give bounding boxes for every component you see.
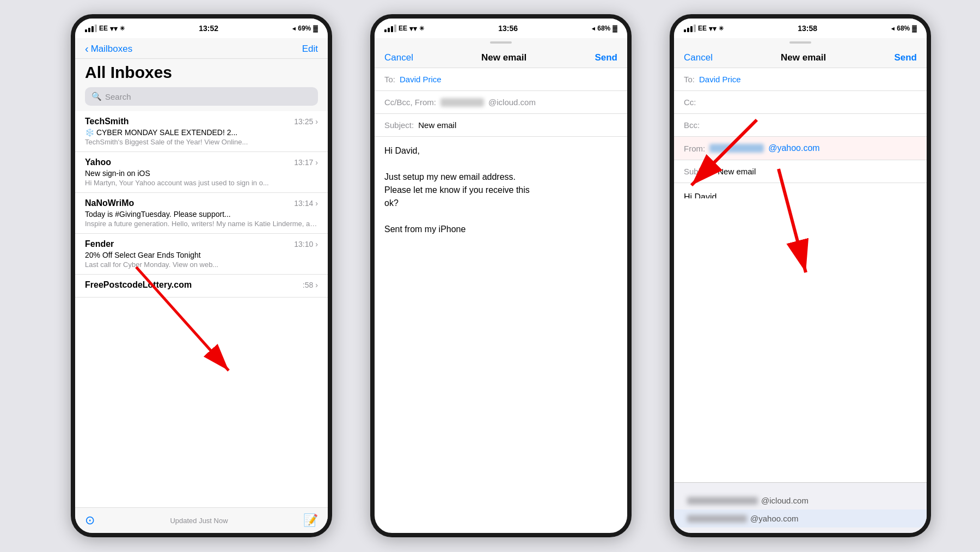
email-preview: TechSmith's Biggest Sale of the Year! Vi… [85, 138, 318, 146]
account-picker[interactable]: @icloud.com @yahoo.com [674, 482, 927, 533]
status-bar-3: EE ▾▾ ✳ 13:58 ◂ 68% ▓ [674, 19, 927, 38]
subject-label: Subject: [384, 120, 414, 130]
nav-bar-1: ‹ Mailboxes Edit [75, 38, 328, 59]
to-value[interactable]: David Price [699, 75, 741, 84]
bottom-bar-1: ⊙ Updated Just Now 📝 [75, 507, 328, 533]
compose-title: New email [481, 52, 526, 63]
signal-icon [684, 25, 696, 32]
compose-nav-2: Cancel New email Send [375, 47, 627, 68]
status-bar-1: EE ▾▾ ✳ 13:52 ◂ 69% ▓ [75, 19, 328, 38]
email-item-freepostcode[interactable]: FreePostcodeLottery.com :58 › [75, 275, 328, 298]
email-time: 13:17 [294, 158, 313, 167]
activity-icon: ✳ [719, 25, 724, 32]
compose-icon[interactable]: 📝 [303, 513, 318, 527]
compose-body-3[interactable]: Hi David, Just setup my new email addres… [674, 183, 927, 198]
cc-label: Cc: [684, 98, 696, 107]
battery-percent: 68% [597, 25, 610, 32]
update-status: Updated Just Now [170, 517, 228, 525]
status-bar-2: EE ▾▾ ✳ 13:56 ◂ 68% ▓ [375, 19, 627, 38]
send-button[interactable]: Send [894, 52, 917, 63]
battery-icon: ▓ [313, 25, 318, 32]
account-option-yahoo[interactable]: @yahoo.com [674, 509, 927, 527]
back-label[interactable]: Mailboxes [91, 44, 133, 54]
email-item-techsmith[interactable]: TechSmith 13:25 › ❄️ CYBER MONDAY SALE E… [75, 111, 328, 152]
from-field-3[interactable]: From: @yahoo.com [674, 137, 927, 160]
to-field-3[interactable]: To: David Price [674, 68, 927, 91]
cc-bcc-label: Cc/Bcc, From: [384, 98, 436, 107]
from-label: From: [684, 144, 705, 153]
from-email-blurred [440, 98, 484, 107]
bcc-field-3[interactable]: Bcc: [674, 114, 927, 137]
yahoo-email-blurred [687, 515, 747, 523]
edit-button[interactable]: Edit [302, 44, 318, 54]
subject-label: Subject: [684, 167, 713, 176]
phone-2: EE ▾▾ ✳ 13:56 ◂ 68% ▓ Cancel New email S… [370, 14, 632, 537]
signal-icon [85, 25, 97, 32]
to-value[interactable]: David Price [400, 75, 442, 84]
inbox-title-area: All Inboxes [75, 59, 328, 84]
chevron-icon: › [315, 199, 318, 208]
filter-icon[interactable]: ⊙ [85, 513, 95, 527]
email-subject: Today is #GivingTuesday. Please support.… [85, 210, 318, 219]
from-email-domain: @yahoo.com [768, 143, 820, 153]
cancel-button[interactable]: Cancel [384, 52, 413, 63]
email-preview: Inspire a future generation. Hello, writ… [85, 220, 318, 228]
bcc-label: Bcc: [684, 120, 700, 130]
body-signature: Sent from my iPhone [384, 223, 617, 236]
time-label: 13:56 [498, 24, 518, 33]
email-time: 13:10 [294, 240, 313, 248]
subject-value[interactable]: New email [418, 120, 456, 130]
chevron-icon: › [315, 281, 318, 289]
sender-name: NaNoWriMo [85, 198, 134, 208]
cc-bcc-from-field[interactable]: Cc/Bcc, From: @icloud.com [375, 91, 627, 114]
to-field[interactable]: To: David Price [375, 68, 627, 91]
email-time: 13:14 [294, 199, 313, 208]
search-input[interactable]: 🔍 Search [85, 87, 318, 106]
cancel-button[interactable]: Cancel [684, 52, 713, 63]
compose-title: New email [781, 52, 826, 63]
carrier-label: EE [698, 25, 707, 32]
account-option-icloud[interactable]: @icloud.com [674, 492, 927, 509]
icloud-email-blurred [687, 497, 758, 505]
to-label: To: [384, 75, 395, 84]
send-button[interactable]: Send [595, 52, 617, 63]
carrier-label: EE [399, 25, 407, 32]
to-label: To: [684, 75, 695, 84]
phone-1: EE ▾▾ ✳ 13:52 ◂ 69% ▓ ‹ Mailboxes Edit A… [71, 14, 332, 537]
sender-name: FreePostcodeLottery.com [85, 280, 192, 290]
battery-percent: 69% [298, 25, 311, 32]
activity-icon: ✳ [419, 25, 424, 32]
email-time: :58 [303, 281, 313, 289]
compose-body-2[interactable]: Hi David, Just setup my new email addres… [375, 137, 627, 533]
email-item-fender[interactable]: Fender 13:10 › 20% Off Select Gear Ends … [75, 234, 328, 275]
subject-field[interactable]: Subject: New email [375, 114, 627, 137]
search-icon: 🔍 [91, 92, 102, 101]
location-icon: ◂ [891, 25, 895, 32]
back-mailboxes[interactable]: ‹ Mailboxes [85, 43, 132, 55]
search-placeholder: Search [105, 92, 131, 101]
email-item-yahoo[interactable]: Yahoo 13:17 › New sign-in on iOS Hi Mart… [75, 152, 328, 193]
chevron-icon: › [315, 117, 318, 126]
phone-3: EE ▾▾ ✳ 13:58 ◂ 68% ▓ Cancel New email S… [670, 14, 931, 537]
signal-icon [384, 25, 396, 32]
email-subject: 20% Off Select Gear Ends Tonight [85, 251, 318, 259]
subject-value[interactable]: New email [718, 167, 756, 176]
battery-icon: ▓ [612, 25, 617, 32]
email-list: TechSmith 13:25 › ❄️ CYBER MONDAY SALE E… [75, 111, 328, 507]
chevron-icon: › [315, 240, 318, 248]
activity-icon: ✳ [120, 25, 125, 32]
sender-name: TechSmith [85, 117, 129, 126]
inbox-title: All Inboxes [85, 63, 318, 82]
email-item-nanowrimo[interactable]: NaNoWriMo 13:14 › Today is #GivingTuesda… [75, 193, 328, 234]
cc-field-3[interactable]: Cc: [674, 91, 927, 114]
body-content: Just setup my new email address.Please l… [384, 171, 617, 210]
email-preview: Hi Martyn, Your Yahoo account was just u… [85, 179, 318, 187]
from-email-blurred [709, 144, 764, 153]
subject-field-3[interactable]: Subject: New email [674, 160, 927, 183]
carrier-label: EE [99, 25, 108, 32]
icloud-domain: @icloud.com [761, 496, 808, 505]
drag-handle [674, 38, 927, 47]
from-email-domain: @icloud.com [488, 98, 536, 107]
wifi-icon: ▾▾ [709, 25, 716, 33]
chevron-icon: › [315, 158, 318, 167]
